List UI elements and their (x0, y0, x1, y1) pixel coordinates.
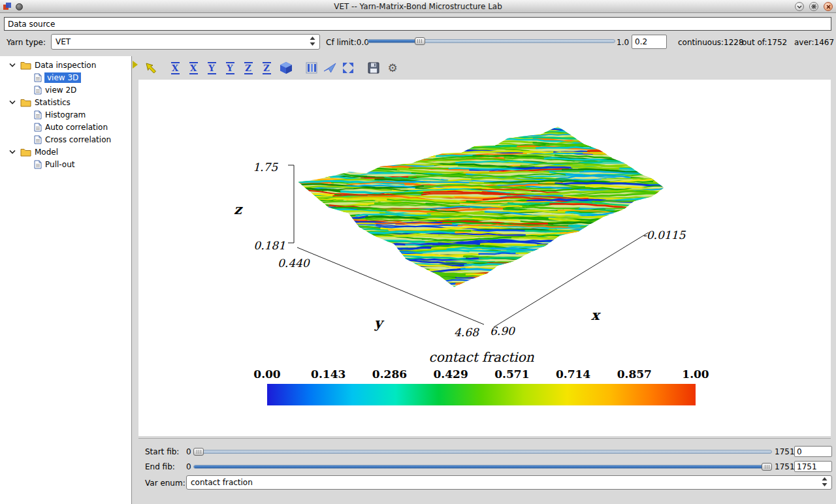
tree-item-view-3d[interactable]: view 3D (0, 71, 131, 84)
tree-item-label: Auto correlation (45, 123, 108, 132)
tree-group-label: Statistics (35, 98, 71, 107)
tree-item-label: Cross correlation (45, 135, 111, 144)
tree-item-view-2d[interactable]: view 2D (0, 84, 131, 96)
settings-gear-icon[interactable]: ⚙ (385, 61, 400, 75)
end-fib-row: End fib: 0 1751 (138, 460, 832, 473)
y-axis-letter: y (374, 315, 382, 331)
sash-collapse-handle[interactable] (133, 61, 138, 69)
z-axis-max-label: 1.75 (209, 161, 278, 174)
panel-sash (132, 56, 138, 504)
stat-aver: aver:1467 (794, 38, 834, 47)
plot-canvas-3d[interactable]: 1.75 z 0.181 0.440 y 4.68 6.90 x -0.0115… (138, 80, 831, 436)
tree-item-cross-correlation[interactable]: Cross correlation (0, 133, 131, 146)
folder-icon (20, 98, 31, 107)
start-fib-label: Start fib: (145, 447, 179, 456)
set-view-x1-button[interactable]: X (167, 59, 183, 76)
tree-item-histogram[interactable]: Histogram (0, 108, 131, 121)
z-axis-letter: z (234, 201, 242, 217)
stat-continuous: continuous:1228 (678, 38, 744, 47)
end-fib-slider[interactable] (193, 463, 772, 471)
tree-group-data-inspection[interactable]: Data inspection (0, 59, 131, 71)
cf-limit-input[interactable] (632, 35, 667, 49)
stat-out-of: out of:1752 (742, 38, 787, 47)
colorbar-tick-label: 0.714 (556, 368, 590, 381)
x-axis-letter: x (591, 307, 600, 323)
start-fib-slider[interactable] (193, 448, 772, 456)
colorbar-tick-label: 0.429 (434, 368, 468, 381)
chevron-down-icon[interactable] (9, 150, 16, 154)
document-icon (34, 86, 42, 95)
var-enum-row: Var enum: contact fraction (138, 475, 832, 491)
titlebar: VET -- Yarn-Matrix-Bond Microstructure L… (0, 0, 836, 13)
set-view-x2-button[interactable]: X (185, 59, 201, 76)
camera-fly-icon[interactable] (323, 61, 337, 75)
start-fib-min: 0 (186, 447, 191, 456)
slider-track[interactable] (193, 450, 772, 454)
window-title: VET -- Yarn-Matrix-Bond Microstructure L… (65, 2, 771, 11)
tree-item-label: Pull-out (45, 160, 75, 169)
var-enum-combobox[interactable]: contact fraction (186, 475, 832, 490)
slider-thumb[interactable] (415, 37, 425, 45)
folder-icon (20, 61, 31, 70)
slider-track[interactable] (193, 465, 772, 469)
colorbar-title: contact fraction (351, 349, 612, 365)
colorbar-tick-label: 1.00 (682, 368, 709, 381)
set-view-y1-button[interactable]: Y (204, 59, 219, 76)
chevron-down-icon[interactable] (9, 63, 16, 67)
fit-view-expand-icon[interactable] (341, 61, 355, 75)
x-axis-near-label: 6.90 (490, 324, 515, 338)
z-axis-min-label: 0.181 (209, 239, 285, 252)
x-axis-far-label: -0.0115 (643, 228, 685, 242)
end-fib-max: 1751 (775, 462, 795, 471)
slider-track[interactable] (367, 39, 615, 43)
start-fib-max: 1751 (775, 447, 795, 456)
document-icon (34, 160, 42, 169)
chevron-down-icon[interactable] (9, 100, 16, 104)
colorbar-tick-label: 0.571 (494, 368, 529, 381)
start-fib-input[interactable] (794, 446, 832, 457)
tree-group-statistics[interactable]: Statistics (0, 96, 131, 108)
scalar-bars-icon[interactable] (304, 61, 319, 75)
document-icon (34, 73, 42, 82)
window-maximize-button[interactable] (809, 2, 818, 11)
window-close-button[interactable] (824, 2, 833, 11)
tree-group-model[interactable]: Model (0, 146, 131, 158)
combobox-arrows-icon (822, 477, 828, 488)
tree-item-label: view 3D (44, 72, 81, 83)
tree-item-label: Histogram (45, 110, 86, 119)
set-view-z2-button[interactable]: Z (259, 59, 274, 76)
pick-tool-icon[interactable] (144, 61, 158, 75)
controls-row: Yarn type: VET Cf limit:0.0 1.0 continuo… (0, 31, 836, 56)
yarn-type-combobox[interactable]: VET (51, 34, 320, 50)
tree-item-label: view 2D (45, 86, 76, 95)
sidebar-tree: Data inspection view 3D view 2D Statisti… (0, 56, 132, 504)
colorbar-tick-label: 0.143 (311, 368, 346, 381)
colorbar-tick-label: 0.857 (617, 368, 652, 381)
tree-item-pull-out[interactable]: Pull-out (0, 158, 131, 170)
y-axis-far-label: 4.68 (454, 326, 479, 339)
set-view-z1-button[interactable]: Z (240, 59, 256, 76)
cf-limit-max: 1.0 (617, 38, 629, 47)
data-source-header: Data source (4, 17, 831, 31)
canvas-divider (138, 438, 831, 439)
start-fib-row: Start fib: 0 1751 (138, 445, 832, 458)
combobox-arrows-icon (310, 37, 315, 48)
tree-item-auto-correlation[interactable]: Auto correlation (0, 121, 131, 133)
window-shade-button[interactable] (795, 2, 804, 11)
set-view-y2-button[interactable]: Y (222, 59, 238, 76)
colorbar-tick-label: 0.00 (253, 368, 280, 381)
y-axis-near-label: 0.440 (278, 257, 310, 270)
colorbar-tick-label: 0.286 (372, 368, 407, 381)
data-source-label: Data source (8, 20, 55, 29)
isometric-view-cube-icon[interactable] (278, 60, 294, 76)
yarn-type-value: VET (56, 37, 310, 46)
window-menu-icon[interactable] (16, 3, 23, 10)
slider-thumb[interactable] (193, 448, 204, 456)
document-icon (34, 123, 42, 132)
var-enum-label: Var enum: (145, 479, 185, 488)
end-fib-input[interactable] (794, 461, 832, 472)
slider-thumb[interactable] (762, 463, 772, 471)
tree-group-label: Model (35, 148, 58, 157)
cf-limit-slider[interactable] (367, 37, 615, 45)
save-icon[interactable] (367, 61, 380, 74)
